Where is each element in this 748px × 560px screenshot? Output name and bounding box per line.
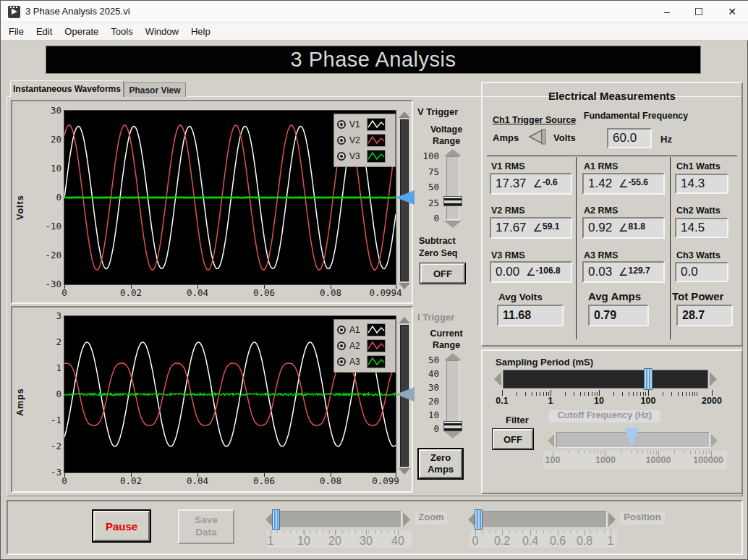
sampling-track[interactable] bbox=[503, 370, 708, 389]
close-icon: ✕ bbox=[728, 6, 736, 17]
voltage-range-thumb[interactable] bbox=[443, 196, 462, 206]
amps-legend-row-a2[interactable]: A2 bbox=[337, 338, 392, 354]
position-right-arrow[interactable] bbox=[608, 512, 616, 527]
minimize-button[interactable]: – bbox=[651, 1, 683, 22]
radio-dot bbox=[340, 123, 343, 126]
zero-amps-button[interactable]: Zero Amps bbox=[419, 449, 462, 478]
position-minor-tickmark-13 bbox=[597, 530, 598, 533]
amps-legend-row-a1[interactable]: A1 bbox=[337, 322, 392, 338]
sampling-minor-tickmark-11 bbox=[585, 392, 585, 396]
maximize-button[interactable] bbox=[683, 1, 715, 22]
volts-legend-row-v1[interactable]: V1 bbox=[337, 116, 392, 132]
cutoff-thumb[interactable] bbox=[624, 428, 639, 448]
legend-line-sample[interactable] bbox=[367, 134, 386, 147]
cutoff-minor-tickmark-8 bbox=[621, 451, 622, 454]
position-minor-tickmark-14 bbox=[604, 530, 605, 533]
amps-legend-row-a3[interactable]: A3 bbox=[337, 354, 392, 370]
close-button[interactable]: ✕ bbox=[715, 1, 748, 22]
i-trigger-pointer[interactable] bbox=[396, 387, 415, 402]
menu-item-operate[interactable]: Operate bbox=[63, 23, 100, 40]
series-A3 bbox=[64, 393, 396, 395]
sampling-left-arrow[interactable] bbox=[494, 372, 501, 386]
sampling-major-tickmark-4 bbox=[712, 390, 713, 396]
v3-rms-label: V3 RMS bbox=[491, 250, 525, 260]
amps-rail-up-arrow[interactable] bbox=[399, 317, 410, 323]
plot-visible-toggle[interactable] bbox=[337, 136, 346, 145]
amps-rail-down-arrow[interactable] bbox=[399, 468, 410, 475]
sampling-minor-tickmark-31 bbox=[694, 392, 695, 396]
legend-line-sample[interactable] bbox=[367, 118, 386, 131]
cutoff-frequency-label: Cutoff Frequency (Hz) bbox=[549, 410, 660, 423]
amps-xtick-0: 0 bbox=[61, 475, 67, 486]
sampling-minor-tickmark-21 bbox=[640, 392, 641, 396]
current-range-track[interactable] bbox=[446, 360, 459, 430]
amps-axis-tickmark-3 bbox=[264, 473, 265, 477]
fundamental-frequency-value[interactable]: 60.0 bbox=[607, 128, 652, 148]
cutoff-minor-tickmark-14 bbox=[653, 451, 654, 454]
amps-y-tick-4: -1 bbox=[33, 415, 61, 425]
current-range-down-arrow[interactable] bbox=[444, 431, 462, 438]
v-trigger-pointer[interactable] bbox=[396, 190, 415, 205]
trigger-source-switch[interactable] bbox=[526, 128, 552, 145]
volts-legend-row-v2[interactable]: V2 bbox=[337, 132, 392, 148]
plot-visible-toggle[interactable] bbox=[337, 341, 346, 350]
plot-visible-toggle[interactable] bbox=[337, 326, 346, 334]
save-data-button[interactable]: Save Data bbox=[178, 509, 234, 544]
legend-line-sample[interactable] bbox=[367, 339, 386, 352]
current-range-up-arrow[interactable] bbox=[444, 353, 462, 360]
volts-y-tick-1: 20 bbox=[33, 134, 61, 145]
cutoff-right-arrow[interactable] bbox=[711, 434, 718, 447]
menu-item-help[interactable]: Help bbox=[190, 23, 212, 40]
volts-legend-row-v3[interactable]: V3 bbox=[337, 148, 392, 164]
zoom-minor-tickmark-2 bbox=[290, 530, 291, 533]
pause-button[interactable]: Pause bbox=[93, 511, 150, 541]
volts-rail-up-arrow[interactable] bbox=[399, 111, 410, 118]
zoom-major-tickmark-0 bbox=[271, 530, 271, 535]
measurements-divider-v2 bbox=[670, 157, 671, 339]
current-range-thumb[interactable] bbox=[443, 421, 462, 431]
amps-y-tick-6: -3 bbox=[33, 467, 61, 478]
sampling-xtick-4: 2000 bbox=[702, 396, 722, 406]
sampling-minor-tickmark-15 bbox=[597, 392, 598, 396]
legend-line-sample[interactable] bbox=[367, 323, 386, 336]
plot-visible-toggle[interactable] bbox=[337, 152, 346, 161]
subtract-zero-seq-button[interactable]: OFF bbox=[420, 263, 465, 284]
zoom-track[interactable] bbox=[273, 511, 401, 528]
position-track[interactable] bbox=[475, 511, 607, 528]
sampling-right-arrow[interactable] bbox=[710, 372, 717, 386]
menu-item-tools[interactable]: Tools bbox=[109, 23, 134, 40]
sampling-minor-tickmark-13 bbox=[592, 392, 592, 396]
sampling-minor-tickmark-25 bbox=[671, 392, 672, 396]
volts-axis-tickmark-4 bbox=[331, 285, 331, 289]
page-title: 3 Phase Analysis bbox=[291, 48, 456, 72]
volts-y-tick-4: -10 bbox=[33, 221, 61, 232]
trigger-source-amps-label: Amps bbox=[493, 132, 519, 143]
sampling-thumb[interactable] bbox=[644, 368, 653, 390]
legend-label: V3 bbox=[349, 151, 364, 161]
ch1-watts-label: Ch1 Watts bbox=[676, 161, 721, 171]
filter-button[interactable]: OFF bbox=[493, 429, 533, 449]
tab-instantaneous-waveforms[interactable]: Instantaneous Waveforms bbox=[10, 80, 124, 97]
voltage-range-up-arrow[interactable] bbox=[444, 149, 462, 156]
menu-item-edit[interactable]: Edit bbox=[35, 23, 54, 40]
zoom-right-arrow[interactable] bbox=[403, 512, 410, 527]
voltage-range-track[interactable] bbox=[446, 156, 459, 220]
cutoff-left-arrow[interactable] bbox=[548, 434, 554, 447]
plot-visible-toggle[interactable] bbox=[337, 357, 346, 366]
zoom-minor-tickmark-11 bbox=[349, 530, 349, 533]
position-thumb[interactable] bbox=[475, 509, 483, 530]
legend-line-sample[interactable] bbox=[367, 355, 386, 368]
position-xtick-4: 0.8 bbox=[577, 535, 592, 548]
tab-phasor-view[interactable]: Phasor View bbox=[124, 82, 186, 97]
v3-rms-value-angle: ∠-106.8 bbox=[526, 266, 560, 279]
menu-item-file[interactable]: File bbox=[7, 23, 25, 40]
cutoff-xtick-0: 100 bbox=[545, 455, 561, 465]
legend-line-sample[interactable] bbox=[367, 150, 386, 163]
zoom-thumb[interactable] bbox=[272, 509, 280, 530]
v1-rms-value: 17.37∠-0.6 bbox=[490, 173, 572, 195]
sampling-minor-tickmark-17 bbox=[622, 392, 623, 396]
menu-item-window[interactable]: Window bbox=[144, 23, 180, 40]
sampling-period-label: Sampling Period (mS) bbox=[496, 357, 593, 368]
plot-visible-toggle[interactable] bbox=[337, 120, 346, 129]
voltage-range-down-arrow[interactable] bbox=[444, 221, 462, 228]
